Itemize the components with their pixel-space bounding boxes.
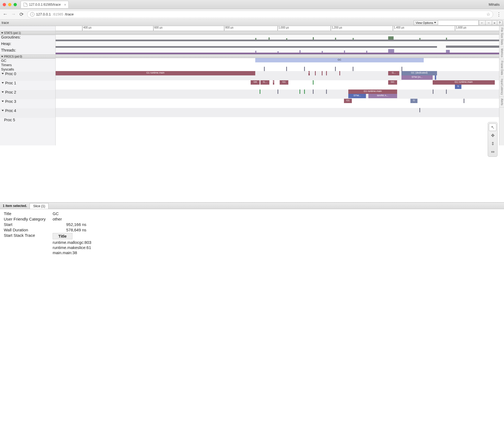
row-labels: STATS (pid 1) Goroutines: Heap: Threads:… — [0, 26, 56, 145]
vtab-frame-data[interactable]: Frame Data — [499, 59, 504, 77]
minimize-window-icon[interactable] — [8, 3, 11, 6]
file-icon — [24, 3, 27, 7]
proc4-track — [56, 108, 499, 117]
window-titlebar: 127.0.0.1:61565/trace × Mihalis — [0, 0, 504, 9]
heap-track — [56, 41, 499, 48]
pan-tool-icon[interactable]: ✥ — [489, 132, 496, 139]
chevron-down-icon — [434, 22, 436, 23]
trace-viewer: STATS (pid 1) Goroutines: Heap: Threads:… — [0, 26, 504, 145]
slice[interactable]: G... — [388, 71, 399, 75]
timeline[interactable]: 400 µs 600 µs 800 µs 1,000 µs 1,200 µs 1… — [56, 26, 499, 145]
detail-title-value: GC — [53, 211, 500, 216]
syscalls-label: Syscalls — [0, 67, 55, 72]
chevron-down-icon — [1, 32, 3, 34]
slice[interactable]: MARK A... — [368, 94, 397, 98]
vtab-input-latency[interactable]: Input Latency — [499, 77, 504, 97]
more-button[interactable]: » — [492, 20, 497, 25]
slice[interactable]: G — [273, 80, 274, 85]
heap-label: Heap: — [0, 41, 55, 48]
bookmark-icon[interactable]: ☆ — [486, 12, 490, 17]
slice[interactable]: G... — [260, 80, 269, 85]
slice[interactable]: G1 runtime.main — [348, 90, 397, 94]
stack-header: Title — [53, 233, 72, 239]
tab-slice[interactable]: Slice (1) — [30, 203, 49, 209]
goroutines-label: Goroutines: — [0, 35, 55, 41]
addr-host: 127.0.0.1 — [36, 12, 51, 16]
addr-path: /trace — [65, 12, 74, 16]
back-button[interactable]: ← — [3, 11, 8, 17]
reload-button[interactable]: ⟳ — [19, 11, 24, 17]
section-stats[interactable]: STATS (pid 1) — [0, 31, 55, 35]
proc5-label: Proc 5 — [0, 118, 55, 127]
timers-track — [56, 62, 499, 67]
addr-port: :61565 — [52, 12, 63, 16]
info-icon[interactable]: i — [30, 12, 34, 17]
threads-label: Threads: — [0, 48, 55, 55]
close-window-icon[interactable] — [3, 3, 6, 6]
threads-track — [56, 48, 499, 54]
vtab-file-size[interactable]: File Size Stats — [499, 26, 504, 47]
chevron-down-icon — [2, 91, 4, 93]
slice[interactable]: G1 — [280, 80, 289, 85]
slice[interactable]: G1 — [308, 71, 310, 75]
browser-nav-bar: ← → ⟳ i 127.0.0.1:61565/trace ☆ ⋮ — [0, 9, 504, 20]
detail-start-label: Start — [4, 222, 53, 227]
vtab-alerts[interactable]: Alerts — [499, 97, 504, 107]
gc-track: GC — [56, 58, 499, 62]
chevron-down-icon — [2, 82, 4, 84]
slice[interactable]: G1 — [344, 99, 352, 103]
timing-tool-icon[interactable]: ⇔ — [489, 148, 496, 155]
zoom-tool-icon[interactable]: ⇕ — [489, 140, 496, 147]
view-options-button[interactable]: View Options — [414, 20, 438, 25]
proc4-label[interactable]: Proc 4 — [0, 108, 55, 118]
maximize-window-icon[interactable] — [14, 3, 17, 6]
detail-duration-label: Wall Duration — [4, 228, 53, 232]
section-procs[interactable]: PROCS (pid 0) — [0, 55, 55, 59]
proc5-track — [56, 117, 499, 126]
prev-match-button[interactable]: ← — [479, 20, 486, 25]
stack-trace: runtime.mallocgc:803 runtime.makeslice:6… — [53, 240, 500, 255]
close-tab-icon[interactable]: × — [64, 3, 66, 7]
overflow-menu-icon[interactable]: ⋮ — [496, 11, 501, 17]
detail-category-label: User Friendly Category — [4, 217, 53, 221]
slice[interactable]: S — [455, 85, 462, 89]
chevron-down-icon — [1, 56, 3, 57]
proc1-label[interactable]: Proc 1 — [0, 81, 55, 90]
profile-name[interactable]: Mihalis — [489, 2, 501, 7]
slice[interactable]: G6 — [251, 80, 260, 85]
timers-label: Timers — [0, 63, 55, 67]
proc3-label[interactable]: Proc 3 — [0, 99, 55, 108]
slice[interactable]: STW... — [348, 94, 366, 98]
browser-tab[interactable]: 127.0.0.1:61565/trace × — [21, 1, 69, 8]
gc-label: GC — [0, 59, 55, 63]
slice[interactable]: G1 runtime.main — [56, 71, 255, 75]
traffic-lights — [3, 3, 17, 6]
tab-title: 127.0.0.1:61565/trace — [29, 3, 61, 7]
pointer-tool-icon[interactable]: ↖ — [489, 123, 496, 131]
proc0-label[interactable]: Proc 0 — [0, 72, 55, 81]
gc-slice[interactable]: GC — [255, 58, 424, 62]
slice[interactable]: GC (dedicated) — [401, 71, 437, 75]
vtab-metrics[interactable]: Metrics — [499, 47, 504, 59]
address-bar[interactable]: i 127.0.0.1:61565/trace ☆ — [27, 11, 493, 18]
chevron-down-icon — [2, 101, 4, 102]
slice[interactable]: GC — [388, 80, 397, 85]
chevron-down-icon — [2, 73, 4, 74]
proc0-track: G1 runtime.main G1 G... GC (dedicated) S… — [56, 71, 499, 80]
details-panel: 1 item selected. Slice (1) Title GC User… — [0, 202, 504, 259]
search-input[interactable] — [438, 20, 479, 25]
chevron-down-icon — [2, 110, 4, 111]
side-tabs: File Size Stats Metrics Frame Data Input… — [499, 26, 504, 145]
slice[interactable]: G — [410, 99, 417, 103]
time-axis: 400 µs 600 µs 800 µs 1,000 µs 1,200 µs 1… — [56, 26, 499, 31]
detail-title-label: Title — [4, 211, 53, 216]
detail-stack-label: Start Stack Trace — [4, 233, 53, 255]
proc2-track: G1 runtime.main STW... MARK A... — [56, 90, 499, 99]
slice[interactable]: STW (m... — [401, 75, 432, 80]
slice[interactable]: G1 runtime.main — [433, 80, 495, 85]
help-button[interactable]: ? — [497, 20, 502, 25]
proc2-label[interactable]: Proc 2 — [0, 90, 55, 99]
detail-duration-value: 578,649 ns — [53, 228, 500, 232]
stack-frame: main.main:38 — [53, 250, 500, 255]
next-match-button[interactable]: → — [486, 20, 492, 25]
